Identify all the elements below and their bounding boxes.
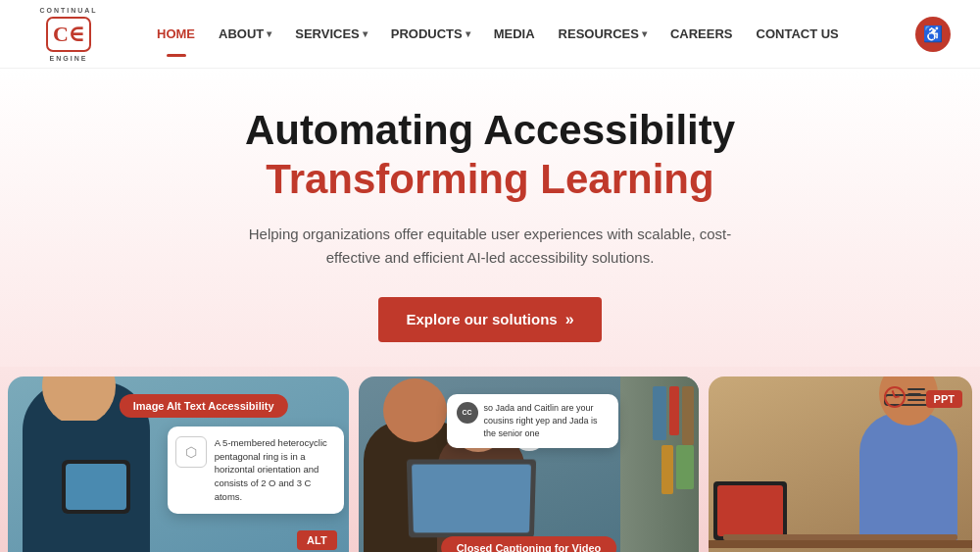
feature-cards-section: Image Alt Text Accessibility ⬡ A 5-membe… bbox=[0, 367, 980, 552]
main-nav: HOME ABOUT ▾ SERVICES ▾ PRODUCTS ▾ MEDIA… bbox=[147, 19, 915, 49]
main-content: Automating Accessibility Transforming Le… bbox=[0, 69, 980, 552]
cc-avatar: CC bbox=[457, 402, 478, 424]
nav-careers[interactable]: CAREERS bbox=[661, 19, 743, 49]
chevron-down-icon: ▾ bbox=[466, 28, 470, 39]
nav-about[interactable]: ABOUT ▾ bbox=[209, 19, 281, 49]
caption-text: so Jada and Caitlin are your cousins rig… bbox=[484, 402, 609, 440]
chevron-down-icon: ▾ bbox=[642, 28, 647, 39]
hero-subtitle: Helping organizations offer equitable us… bbox=[245, 223, 735, 270]
accessibility-button[interactable]: ♿ bbox=[915, 17, 951, 52]
nav-services[interactable]: SERVICES ▾ bbox=[285, 19, 377, 49]
nav-media[interactable]: MEDIA bbox=[484, 19, 545, 49]
nav-contact[interactable]: CONTACT US bbox=[747, 19, 849, 49]
alt-text-info-box: ⬡ A 5-membered heterocyclic pentagonal r… bbox=[168, 427, 344, 514]
hero-title-red: Transforming Learning bbox=[20, 155, 960, 204]
cta-button[interactable]: Explore our solutions » bbox=[378, 297, 601, 342]
closed-captioning-card: ▶ CC so Jada and Caitlin are your cousin… bbox=[359, 376, 700, 552]
logo[interactable]: CONTINUAL C∈ ENGINE bbox=[29, 7, 108, 62]
svg-text:C∈: C∈ bbox=[53, 22, 84, 46]
nav-resources[interactable]: RESOURCES ▾ bbox=[549, 19, 657, 49]
alt-label-badge: ALT bbox=[297, 530, 337, 550]
logo-bottom-text: ENGINE bbox=[50, 55, 88, 62]
nav-products[interactable]: PRODUCTS ▾ bbox=[381, 19, 480, 49]
chevron-down-icon: ▾ bbox=[267, 28, 271, 39]
alt-text-card: Image Alt Text Accessibility ⬡ A 5-membe… bbox=[8, 376, 349, 552]
cta-chevrons-icon: » bbox=[565, 311, 574, 328]
menu-icon bbox=[907, 388, 925, 402]
logo-icon: C∈ bbox=[45, 16, 92, 53]
hero-section: Automating Accessibility Transforming Le… bbox=[0, 69, 980, 367]
ppt-badge: PPT bbox=[926, 390, 962, 408]
alt-text-content: A 5-membered heterocyclic pentagonal rin… bbox=[215, 436, 334, 504]
nav-home[interactable]: HOME bbox=[147, 19, 205, 49]
ppt-card: PPT bbox=[709, 376, 972, 552]
alt-text-badge: Image Alt Text Accessibility bbox=[120, 394, 288, 418]
cta-label: Explore our solutions bbox=[406, 311, 557, 327]
caption-bubble: CC so Jada and Caitlin are your cousins … bbox=[447, 394, 618, 448]
chevron-down-icon: ▾ bbox=[363, 28, 368, 39]
cc-badge: Closed Captioning for Video bbox=[441, 536, 617, 552]
logo-top-text: CONTINUAL bbox=[39, 7, 97, 14]
header: CONTINUAL C∈ ENGINE HOME ABOUT ▾ SERVICE… bbox=[0, 0, 980, 69]
accessibility-icon: ♿ bbox=[923, 25, 943, 43]
molecule-icon: ⬡ bbox=[175, 436, 207, 468]
hero-title-black: Automating Accessibility bbox=[20, 106, 960, 155]
clock-icon bbox=[884, 386, 906, 408]
